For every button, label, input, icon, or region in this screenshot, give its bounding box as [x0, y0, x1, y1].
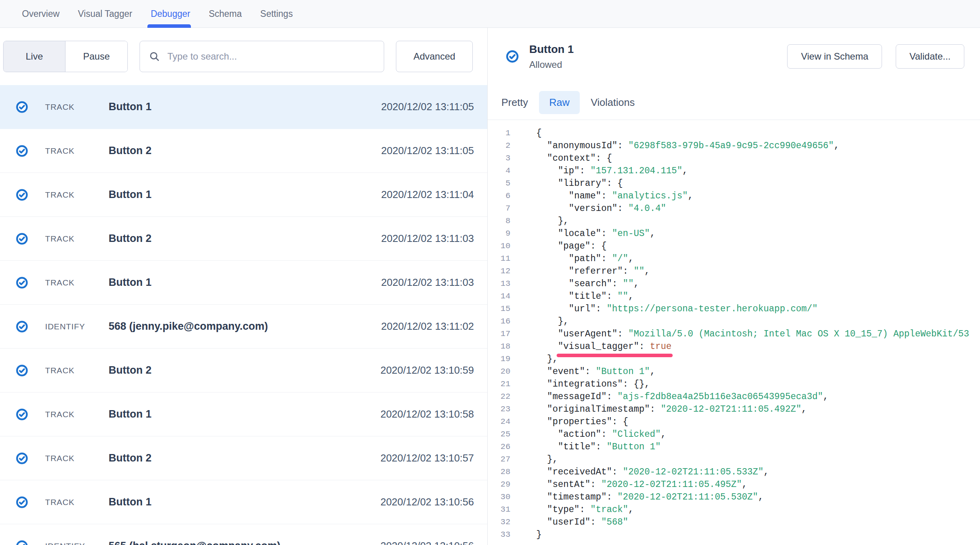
event-row[interactable]: TRACKButton 22020/12/02 13:11:03	[0, 217, 487, 261]
event-name: Button 2	[109, 364, 380, 376]
event-timestamp: 2020/12/02 13:10:56	[380, 496, 474, 508]
code-line: 6 "name": "analytics.js",	[488, 190, 980, 202]
event-row[interactable]: TRACKButton 12020/12/02 13:11:04	[0, 173, 487, 217]
line-number: 7	[495, 202, 510, 215]
tab-settings[interactable]: Settings	[260, 0, 293, 27]
tab-visual-tagger[interactable]: Visual Tagger	[78, 0, 132, 27]
code-line: 21 "integrations": {},	[488, 378, 980, 391]
event-name: Button 2	[109, 452, 380, 464]
line-number: 12	[495, 265, 510, 278]
debugger-screen: OverviewVisual TaggerDebuggerSchemaSetti…	[0, 0, 980, 545]
code-line: 14 "title": "",	[488, 290, 980, 303]
line-number: 3	[495, 152, 510, 165]
event-timestamp: 2020/12/02 13:11:04	[381, 189, 474, 201]
code-line: 27 },	[488, 453, 980, 466]
code-content: "page": {	[536, 240, 606, 253]
event-row[interactable]: TRACKButton 22020/12/02 13:10:59	[0, 349, 487, 392]
code-content: "userAgent": "Mozilla/5.0 (Macintosh; In…	[536, 328, 969, 340]
line-number: 21	[495, 378, 510, 391]
code-line: 18 "visual_tagger": true	[488, 340, 980, 353]
visual-tagger-highlight: "visual_tagger": true	[558, 340, 671, 353]
event-row[interactable]: IDENTIFY565 (hal.sturgeon@company.com)20…	[0, 524, 487, 545]
event-row[interactable]: TRACKButton 12020/12/02 13:10:58	[0, 392, 487, 436]
code-content: "visual_tagger": true	[536, 340, 671, 353]
line-number: 31	[495, 503, 510, 516]
code-line: 8 },	[488, 215, 980, 227]
event-timestamp: 2020/12/02 13:10:59	[380, 364, 474, 376]
code-content: }	[536, 529, 542, 541]
validate-button[interactable]: Validate...	[896, 44, 964, 69]
check-circle-icon	[16, 276, 28, 289]
event-row[interactable]: TRACKButton 22020/12/02 13:10:57	[0, 436, 487, 480]
line-number: 10	[495, 240, 510, 253]
code-content: "search": "",	[536, 278, 639, 290]
pause-button[interactable]: Pause	[65, 41, 127, 72]
code-content: "sentAt": "2020-12-02T21:11:05.495Z",	[536, 478, 747, 491]
line-number: 15	[495, 303, 510, 315]
code-line: 23 "originalTimestamp": "2020-12-02T21:1…	[488, 403, 980, 416]
event-timestamp: 2020/12/02 13:10:56	[380, 540, 474, 545]
event-name: 565 (hal.sturgeon@company.com)	[109, 540, 380, 545]
detail-tabs: PrettyRawViolations	[488, 85, 980, 120]
line-number: 16	[495, 315, 510, 328]
event-type: IDENTIFY	[45, 322, 109, 331]
detail-tab-raw[interactable]: Raw	[539, 91, 580, 114]
line-number: 27	[495, 453, 510, 466]
code-content: "locale": "en-US",	[536, 227, 655, 240]
code-content: "timestamp": "2020-12-02T21:11:05.530Z",	[536, 491, 764, 503]
code-content: "library": {	[536, 177, 623, 190]
code-line: 33}	[488, 529, 980, 541]
code-line: 32 "userId": "568"	[488, 516, 980, 529]
detail-tab-violations[interactable]: Violations	[591, 91, 635, 114]
code-line: 3 "context": {	[488, 152, 980, 165]
view-in-schema-button[interactable]: View in Schema	[787, 44, 882, 69]
code-line: 17 "userAgent": "Mozilla/5.0 (Macintosh;…	[488, 328, 980, 340]
event-row[interactable]: TRACKButton 22020/12/02 13:11:05	[0, 129, 487, 173]
event-row[interactable]: TRACKButton 12020/12/02 13:11:05	[0, 85, 487, 129]
line-number: 23	[495, 403, 510, 416]
code-line: 29 "sentAt": "2020-12-02T21:11:05.495Z",	[488, 478, 980, 491]
code-line: 24 "properties": {	[488, 416, 980, 428]
line-number: 11	[495, 253, 510, 265]
event-type: TRACK	[45, 190, 109, 200]
line-number: 22	[495, 391, 510, 403]
event-type: TRACK	[45, 366, 109, 375]
code-line: 28 "receivedAt": "2020-12-02T21:11:05.53…	[488, 466, 980, 478]
tab-overview[interactable]: Overview	[22, 0, 60, 27]
line-number: 2	[495, 140, 510, 152]
check-circle-icon	[16, 101, 28, 113]
tab-debugger[interactable]: Debugger	[151, 0, 190, 27]
event-row[interactable]: TRACKButton 12020/12/02 13:10:56	[0, 480, 487, 524]
raw-json-viewer: 1{2 "anonymousId": "6298f583-979b-45a9-9…	[488, 120, 980, 545]
search-input[interactable]	[167, 51, 375, 62]
code-line: 4 "ip": "157.131.204.115",	[488, 165, 980, 177]
line-number: 26	[495, 441, 510, 453]
event-row[interactable]: TRACKButton 12020/12/02 13:11:03	[0, 261, 487, 305]
event-detail-titles: Button 1 Allowed	[529, 43, 574, 70]
search-box[interactable]	[140, 41, 384, 72]
event-type: TRACK	[45, 278, 109, 287]
detail-tab-pretty[interactable]: Pretty	[501, 91, 528, 114]
event-type: IDENTIFY	[45, 541, 109, 545]
tab-schema[interactable]: Schema	[209, 0, 241, 27]
event-timestamp: 2020/12/02 13:11:05	[381, 101, 474, 113]
event-name: Button 1	[109, 276, 381, 289]
event-detail-actions: View in Schema Validate...	[787, 44, 964, 69]
live-button[interactable]: Live	[4, 41, 65, 72]
line-number: 24	[495, 416, 510, 428]
event-type: TRACK	[45, 498, 109, 507]
check-circle-icon	[16, 189, 28, 201]
code-line: 26 "title": "Button 1"	[488, 441, 980, 453]
event-name: Button 1	[109, 101, 381, 113]
event-list: TRACKButton 12020/12/02 13:11:05TRACKBut…	[0, 85, 487, 545]
event-row[interactable]: IDENTIFY568 (jenny.pike@company.com)2020…	[0, 305, 487, 349]
code-line: 10 "page": {	[488, 240, 980, 253]
top-nav: OverviewVisual TaggerDebuggerSchemaSetti…	[0, 0, 980, 28]
event-type: TRACK	[45, 454, 109, 463]
code-line: 31 "type": "track",	[488, 503, 980, 516]
event-name: Button 2	[109, 233, 381, 245]
live-pause-toggle: Live Pause	[3, 41, 128, 72]
code-content: "ip": "157.131.204.115",	[536, 165, 688, 177]
check-circle-icon	[16, 233, 28, 245]
advanced-button[interactable]: Advanced	[396, 41, 473, 72]
